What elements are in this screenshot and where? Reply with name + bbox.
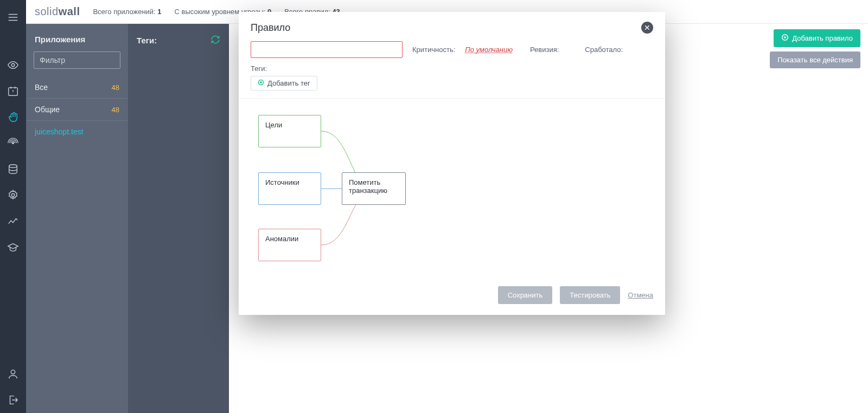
database-icon[interactable] [0,156,26,182]
triggered-label: Сработало: [585,46,623,54]
criticality-label: Критичность: [412,46,455,54]
add-tag-label: Добавить тег [267,79,310,87]
gear-icon[interactable] [0,182,26,208]
close-icon[interactable]: ✕ [641,22,653,34]
app-link[interactable]: juiceshopt.test [26,121,128,143]
nav-rail [0,0,26,413]
revision-label: Ревизия: [530,46,559,54]
modal-title: Правило [251,22,290,34]
stat-total-apps: Всего приложений: 1 [93,8,161,16]
graduation-icon[interactable] [0,234,26,260]
apps-panel-title: Приложения [26,24,128,51]
svg-point-5 [11,370,15,374]
rule-name-input[interactable] [251,41,403,58]
svg-point-3 [9,165,17,168]
brand-logo: solidwall [35,5,80,18]
modal-tags-label: Теги: [251,64,653,73]
node-action[interactable]: Пометить транзакцию [342,172,406,205]
node-anomalies[interactable]: Аномалии [258,229,321,261]
apps-row-count: 48 [112,83,119,92]
svg-point-0 [11,63,15,67]
analytics-icon[interactable] [0,208,26,234]
page-actions: Добавить правило Показать все действия [770,29,860,68]
apps-row-common[interactable]: Общие 48 [26,99,128,121]
hamburger-icon[interactable] [0,4,26,30]
save-button[interactable]: Сохранить [498,286,553,304]
plus-icon [258,79,264,87]
node-sources[interactable]: Источники [258,172,321,205]
logout-icon[interactable] [0,387,26,413]
apps-panel: Приложения Все 48 Общие 48 juiceshopt.te… [26,24,128,413]
plus-circle-icon [781,34,789,43]
apps-row-all[interactable]: Все 48 [26,76,128,99]
rule-canvas: Цели Источники Аномалии Пометить транзак… [239,99,665,278]
node-targets[interactable]: Цели [258,115,321,147]
test-button[interactable]: Тестировать [560,286,620,304]
apps-row-label: Общие [35,105,60,114]
cancel-link[interactable]: Отмена [628,291,653,299]
apps-row-count: 48 [112,106,119,114]
svg-point-4 [11,193,15,197]
eye-icon[interactable] [0,52,26,78]
add-rule-label: Добавить правило [792,34,853,42]
show-all-actions-button[interactable]: Показать все действия [770,51,860,68]
hand-icon[interactable] [0,104,26,130]
rule-modal: Правило ✕ Критичность: По умолчанию Реви… [239,12,665,315]
svg-point-2 [12,143,14,144]
tags-panel: Теги: [128,24,229,413]
add-rule-button[interactable]: Добавить правило [774,29,860,47]
refresh-icon[interactable] [210,35,220,46]
add-tag-button[interactable]: Добавить тег [251,76,317,91]
filter-input[interactable] [34,51,120,69]
signal-icon[interactable] [0,130,26,156]
criticality-value[interactable]: По умолчанию [465,46,513,54]
user-icon[interactable] [0,361,26,387]
tags-panel-title: Теги: [137,36,157,45]
apps-row-label: Все [35,83,48,92]
calendar-alert-icon[interactable] [0,78,26,104]
